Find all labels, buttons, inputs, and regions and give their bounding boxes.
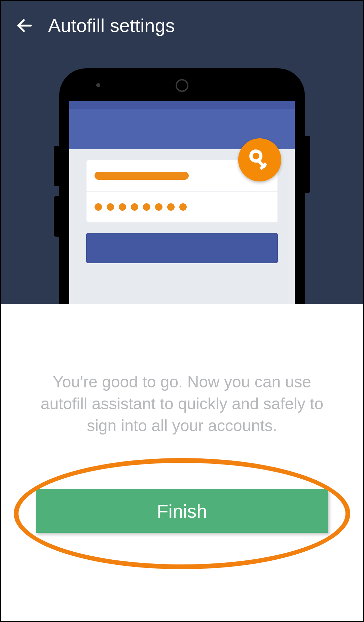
finish-button[interactable]: Finish [36, 489, 328, 533]
device-camera [176, 79, 188, 92]
mock-password-dots [95, 203, 187, 211]
mock-password-field [86, 192, 278, 222]
bottom-panel: You're good to go. Now you can use autof… [1, 304, 363, 621]
screen-frame: Autofill settings [0, 0, 364, 622]
device-screen [69, 101, 295, 304]
device-power-button [305, 136, 310, 193]
illustration-panel: Autofill settings [1, 1, 363, 304]
device-mockup [59, 68, 305, 304]
app-header: Autofill settings [1, 1, 363, 36]
finish-button-label: Finish [157, 500, 207, 522]
confirmation-message: You're good to go. Now you can use autof… [38, 371, 326, 437]
mock-statusbar [69, 101, 295, 109]
page-title: Autofill settings [48, 14, 175, 36]
device-volume-down [54, 196, 59, 237]
device-volume-up [54, 146, 59, 186]
key-icon [238, 138, 281, 181]
mock-login-button [86, 233, 278, 263]
svg-point-1 [251, 151, 261, 161]
mock-username-value [95, 172, 189, 180]
back-arrow-icon[interactable] [14, 15, 35, 36]
device-speaker [96, 83, 100, 87]
